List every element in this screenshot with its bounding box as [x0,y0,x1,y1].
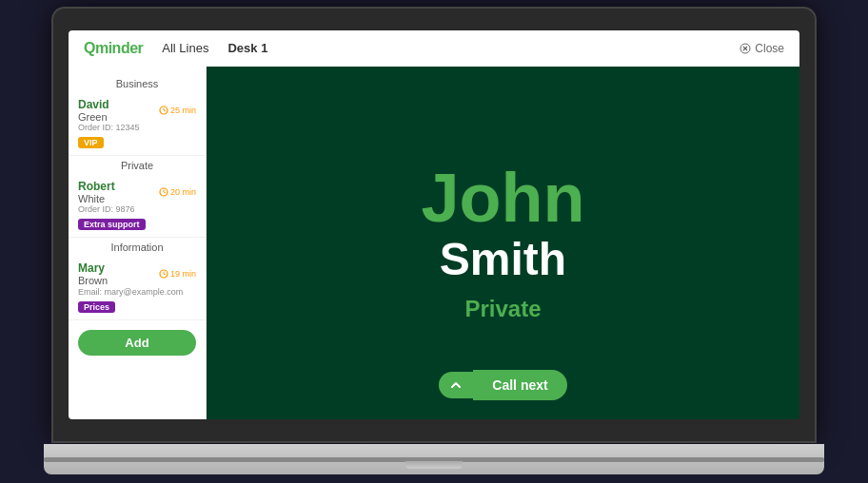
sidebar: Business David Green [69,67,207,420]
tag-vip-david: VIP [78,137,104,148]
call-next-button[interactable]: Call next [473,370,566,400]
display-last-name: Smith [440,232,566,287]
main-content: Business David Green [69,67,799,420]
svg-line-11 [164,274,166,275]
time-mary: 19 min [170,269,196,279]
email-mary: Email: mary@example.com [78,287,196,297]
section-header-business: Business [69,74,206,91]
close-button[interactable]: Close [740,42,784,55]
center-display: John Smith Private Call next [207,67,799,420]
customer-name-mary: Mary [78,261,108,275]
close-label: Close [755,42,784,55]
time-david: 25 min [170,106,196,115]
clock-icon-david [159,106,168,115]
customer-name-david: David [78,98,109,111]
chevron-up-button[interactable] [439,372,473,398]
customer-card-mary[interactable]: Mary Brown 19 min [69,255,206,320]
screen-bezel: Qminder All Lines Desk 1 Close B [53,9,815,441]
laptop-frame: Qminder All Lines Desk 1 Close B [44,9,824,474]
clock-icon-robert [159,187,168,197]
svg-line-5 [164,110,166,111]
nav-all-lines[interactable]: All Lines [162,41,208,55]
svg-line-8 [164,192,166,193]
time-robert: 20 min [170,187,196,197]
customer-surname-mary: Brown [78,275,108,286]
display-first-name: John [422,164,585,232]
chevron-up-icon [450,379,462,391]
customer-name-robert: Robert [78,180,115,193]
bottom-action-bar: Call next [439,370,566,400]
order-id-david: Order ID: 12345 [78,123,196,132]
add-button[interactable]: Add [78,330,196,356]
customer-surname-david: Green [78,111,109,123]
customer-card-robert[interactable]: Robert White 20 min [69,173,206,238]
time-badge-mary: 19 min [159,269,196,279]
screen-content: Qminder All Lines Desk 1 Close B [69,30,799,420]
section-header-information: Information [69,238,206,255]
tag-prices-mary: Prices [78,301,115,313]
display-line: Private [464,296,541,322]
close-icon [740,43,751,54]
add-button-container: Add [69,320,206,365]
laptop-base [44,444,824,474]
top-bar: Qminder All Lines Desk 1 Close [69,30,799,67]
time-badge-david: 25 min [159,106,196,115]
clock-icon-mary [159,269,168,279]
order-id-robert: Order ID: 9876 [78,204,196,214]
nav-desk[interactable]: Desk 1 [227,41,267,55]
app-logo: Qminder [84,40,143,57]
customer-card-david[interactable]: David Green 25 min [69,91,206,156]
section-header-private: Private [69,156,206,173]
laptop-foot-notch [405,461,463,469]
customer-surname-robert: White [78,193,115,204]
tag-extra-support-robert: Extra support [78,219,146,230]
time-badge-robert: 20 min [159,187,196,197]
